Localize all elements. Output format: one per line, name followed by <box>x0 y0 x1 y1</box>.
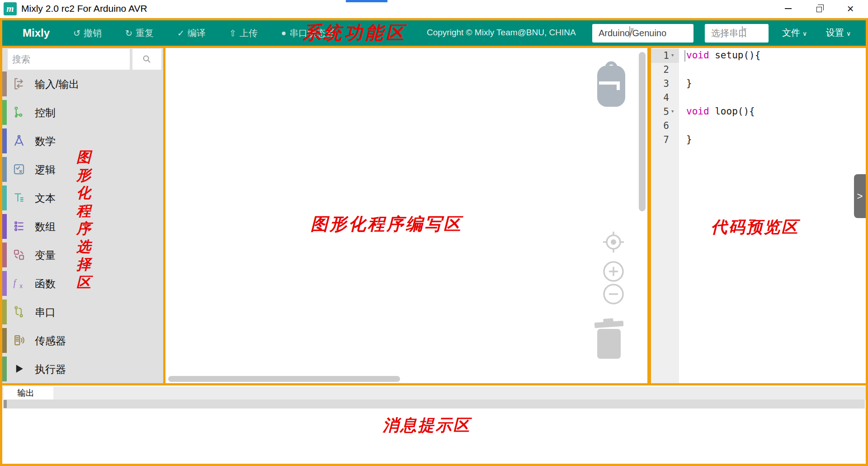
compile-check-icon: ✓ <box>177 28 184 38</box>
toolbar: Mixly ↺撤销↻重复✓编译⇧上传●串口状态栏 Copyright © Mix… <box>2 20 866 46</box>
toolbar-button-label: 上传 <box>240 27 258 39</box>
line-number: 3 <box>651 78 669 89</box>
toolbar-button-serial-status-dot[interactable]: ●串口状态栏 <box>281 27 335 39</box>
backpack-icon[interactable] <box>596 60 626 107</box>
file-menu-label: 文件 <box>782 27 800 39</box>
toolbar-button-compile-check[interactable]: ✓编译 <box>177 27 206 39</box>
output-tabrow: 输出 <box>2 387 866 399</box>
sidebar-item-function-fx[interactable]: fx函数 <box>2 269 163 298</box>
board-select[interactable]: Arduino/Genuino ▼ <box>592 24 693 43</box>
search-icon <box>142 55 151 64</box>
close-button[interactable]: × <box>840 0 861 17</box>
serial-cable-icon <box>12 305 26 319</box>
zoom-out-icon[interactable] <box>603 284 624 304</box>
sidebar-item-logic-check[interactable]: 逻辑 <box>2 155 163 184</box>
category-label: 数学 <box>35 134 56 148</box>
blue-marker <box>346 0 387 2</box>
file-menu[interactable]: 文件 ∨ <box>782 27 807 39</box>
toolbar-left-group: Mixly ↺撤销↻重复✓编译⇧上传●串口状态栏 <box>2 20 335 46</box>
chevron-down-icon: ▼ <box>742 26 743 38</box>
code-preview: 1▼void setup(){23}45▼void loop(){67} 代码预… <box>651 48 866 383</box>
toolbar-button-upload[interactable]: ⇧上传 <box>229 27 258 39</box>
category-color-bar <box>2 185 7 210</box>
code-text: } <box>686 134 692 145</box>
line-number: 5 <box>651 106 669 117</box>
output-scrollbar-thumb[interactable] <box>4 400 7 408</box>
function-fx-icon: fx <box>12 276 26 290</box>
category-color-bar <box>2 71 7 96</box>
category-color-bar <box>2 328 7 353</box>
control-branch-icon <box>12 105 26 119</box>
code-line: 1▼void setup(){ <box>651 49 866 63</box>
category-label: 控制 <box>35 105 56 119</box>
sidebar-item-actuator-play[interactable]: 执行器 <box>2 355 163 383</box>
fold-arrow-icon[interactable]: ▼ <box>671 53 674 57</box>
array-list-icon <box>12 219 26 233</box>
category-color-bar <box>2 357 7 381</box>
category-color-bar <box>2 100 7 125</box>
main-frame: Mixly ↺撤销↻重复✓编译⇧上传●串口状态栏 Copyright © Mix… <box>0 18 868 466</box>
sidebar-item-sensor[interactable]: 传感器 <box>2 326 163 355</box>
variable-swap-icon <box>12 248 26 262</box>
chevron-down-icon: ▼ <box>629 26 630 38</box>
search-input[interactable] <box>8 49 130 70</box>
text-cursor <box>684 50 685 62</box>
settings-menu[interactable]: 设置 ∨ <box>826 27 851 39</box>
restore-button[interactable] <box>809 0 830 17</box>
line-number: 7 <box>651 134 669 145</box>
category-label: 逻辑 <box>35 162 56 176</box>
search-button[interactable] <box>132 49 161 70</box>
svg-text:x: x <box>19 283 23 290</box>
sidebar-item-text[interactable]: 文本 <box>2 184 163 212</box>
annotation-code-preview-area: 代码预览区 <box>711 216 799 238</box>
output-panel: 输出 消息提示区 <box>2 385 866 464</box>
sidebar-item-control-branch[interactable]: 控制 <box>2 98 163 127</box>
port-select-placeholder: 选择串口 <box>711 27 763 39</box>
zoom-in-icon[interactable] <box>603 261 624 282</box>
tab-output[interactable]: 输出 <box>4 387 53 399</box>
toolbar-button-label: 编译 <box>188 27 206 39</box>
block-workspace[interactable]: 图形化程序编写区 <box>165 48 647 383</box>
board-select-value: Arduino/Genuino <box>599 28 688 38</box>
category-label: 执行器 <box>35 362 66 376</box>
mixly-logo-icon: m <box>4 2 17 15</box>
annotation-block-edit-area: 图形化程序编写区 <box>311 213 462 236</box>
category-color-bar <box>2 157 7 182</box>
sidebar-item-serial-cable[interactable]: 串口 <box>2 298 163 326</box>
sidebar-item-io[interactable]: 输入/输出 <box>2 70 163 98</box>
category-label: 函数 <box>35 276 56 290</box>
sidebar-item-array-list[interactable]: 数组 <box>2 212 163 241</box>
zoom-reset-icon[interactable] <box>602 230 625 254</box>
category-color-bar <box>2 128 7 153</box>
copyright-text: Copyright © Mixly Team@BNU, CHINA <box>427 28 576 38</box>
upload-icon: ⇧ <box>229 28 236 38</box>
block-category-sidebar: 输入/输出控制数学逻辑文本数组变量fx函数串口传感器执行器 图形化程序选择区 <box>2 48 163 383</box>
annotation-message-area: 消息提示区 <box>383 414 471 437</box>
trash-icon[interactable] <box>593 318 625 361</box>
code-line: 7} <box>651 133 866 147</box>
line-number: 1 <box>651 50 669 61</box>
toolbar-button-redo[interactable]: ↻重复 <box>125 27 154 39</box>
mixly-brand[interactable]: Mixly <box>23 27 50 39</box>
line-number: 6 <box>651 120 669 131</box>
chevron-right-icon: > <box>857 190 863 202</box>
category-label: 数组 <box>35 219 56 233</box>
code-text: void setup(){ <box>686 50 760 61</box>
category-label: 变量 <box>35 248 56 262</box>
minimize-button[interactable] <box>778 0 798 17</box>
code-text: } <box>686 78 692 89</box>
port-select[interactable]: 选择串口 ▼ <box>705 24 769 43</box>
sidebar-item-math-compass[interactable]: 数学 <box>2 127 163 155</box>
horizontal-scrollbar[interactable] <box>168 376 400 382</box>
math-compass-icon <box>12 134 26 147</box>
output-scrollbar[interactable] <box>3 399 865 409</box>
panel-expander-button[interactable]: > <box>854 174 866 218</box>
code-line: 3} <box>651 77 866 91</box>
toolbar-button-undo[interactable]: ↺撤销 <box>73 27 102 39</box>
sidebar-item-variable-swap[interactable]: 变量 <box>2 241 163 269</box>
vertical-scrollbar[interactable] <box>639 52 646 211</box>
code-line: 4 <box>651 91 866 105</box>
window-title: Mixly 2.0 rc2 For Arduino AVR <box>21 3 147 14</box>
redo-icon: ↻ <box>125 28 132 38</box>
fold-arrow-icon[interactable]: ▼ <box>671 109 674 114</box>
